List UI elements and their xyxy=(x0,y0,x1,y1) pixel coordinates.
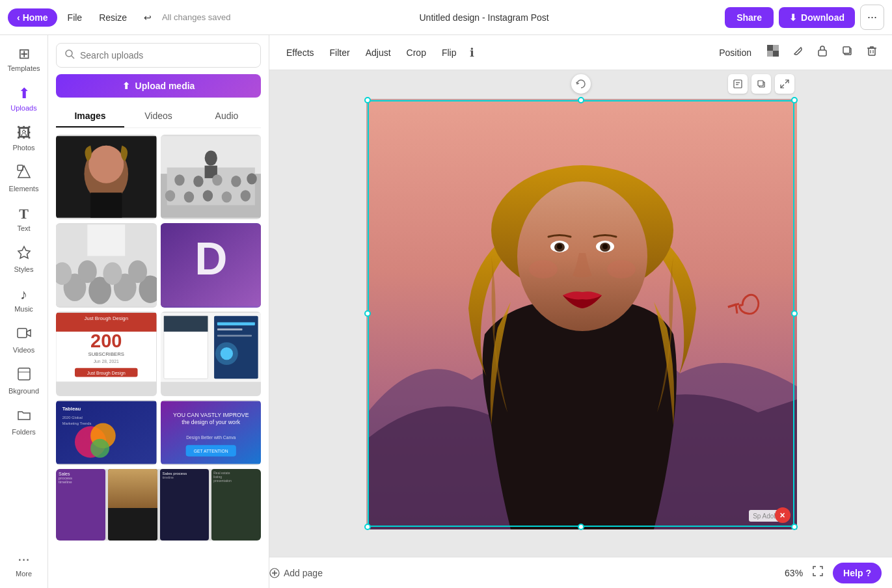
canvas-wrapper[interactable]: Sp Adobe × xyxy=(269,70,892,557)
sidebar-item-folders[interactable]: Folders xyxy=(2,403,46,441)
undo-button[interactable]: ↩ xyxy=(137,8,158,27)
share-button[interactable]: Share xyxy=(725,7,774,28)
svg-rect-3 xyxy=(18,328,27,338)
handle-top-left[interactable] xyxy=(364,97,371,103)
sidebar-item-label: Text xyxy=(17,224,30,232)
home-button[interactable]: ‹ Home xyxy=(8,8,57,27)
add-page-label: Add page xyxy=(284,568,323,578)
sidebar-item-label: Videos xyxy=(13,346,34,354)
remove-attribution-button[interactable]: × xyxy=(775,507,791,523)
svg-point-23 xyxy=(165,190,174,201)
handle-bottom-center[interactable] xyxy=(578,524,584,530)
expand-icon-btn[interactable] xyxy=(775,74,794,94)
tab-videos[interactable]: Videos xyxy=(124,105,193,127)
file-button[interactable]: File xyxy=(61,8,89,27)
bottom-bar-right: 63% Help ? xyxy=(785,561,892,584)
handle-bottom-left[interactable] xyxy=(364,524,371,530)
sidebar-item-label: Styles xyxy=(14,265,34,273)
crop-button[interactable]: Crop xyxy=(400,44,433,62)
adjust-button[interactable]: Adjust xyxy=(359,44,398,62)
copy-icon-btn[interactable] xyxy=(751,74,771,94)
image-thumb-6[interactable] xyxy=(161,312,262,396)
svg-point-37 xyxy=(128,260,147,283)
help-label: Help xyxy=(843,568,863,578)
lock-button[interactable] xyxy=(813,41,832,64)
image-thumb-9[interactable]: Sales process timeline Sales process tim… xyxy=(56,469,261,541)
image-thumb-3[interactable] xyxy=(56,223,157,308)
elements-icon xyxy=(17,165,31,183)
image-thumb-7[interactable]: Tableau 2020 Global Marketing Trends xyxy=(56,400,157,465)
filter-button[interactable]: Filter xyxy=(323,44,357,62)
canvas-top-icons xyxy=(728,74,794,94)
rotate-button[interactable] xyxy=(571,74,591,94)
image-thumb-4[interactable]: D xyxy=(161,223,262,308)
search-bar[interactable] xyxy=(56,43,261,68)
sidebar-item-templates[interactable]: ⊞ Templates xyxy=(2,40,46,77)
effects-button[interactable]: Effects xyxy=(280,44,321,62)
svg-point-24 xyxy=(183,191,193,202)
svg-rect-76 xyxy=(818,50,826,56)
sidebar-item-photos[interactable]: 🖼 Photos xyxy=(2,120,46,157)
position-button[interactable]: Position xyxy=(712,44,758,62)
image-thumb-8[interactable]: YOU CAN VASTLY IMPROVE the design of you… xyxy=(161,400,262,465)
notes-icon-btn[interactable] xyxy=(728,74,748,94)
sidebar-item-label: Bkground xyxy=(8,387,39,395)
handle-middle-left[interactable] xyxy=(364,310,371,317)
svg-point-92 xyxy=(529,260,558,278)
upload-media-button[interactable]: ⬆ Upload media xyxy=(56,74,261,98)
sidebar-item-background[interactable]: Bkground xyxy=(2,362,46,400)
sidebar-item-elements[interactable]: Elements xyxy=(2,159,46,198)
canvas-toolbar: Effects Filter Adjust Crop Flip ℹ Positi… xyxy=(269,35,892,70)
svg-point-22 xyxy=(247,173,256,184)
tab-audio[interactable]: Audio xyxy=(193,105,261,127)
image-thumb-5[interactable]: Just Brough Design 200 SUBSCRIBERS Jun 2… xyxy=(56,312,157,396)
svg-point-35 xyxy=(78,260,97,283)
flip-button[interactable]: Flip xyxy=(435,44,463,62)
tab-images[interactable]: Images xyxy=(56,105,124,127)
resize-button[interactable]: Resize xyxy=(92,8,133,27)
sidebar-item-uploads[interactable]: ⬆ Uploads xyxy=(2,80,46,117)
duplicate-button[interactable] xyxy=(837,41,857,64)
topbar-right: Share ⬇ Download ··· xyxy=(725,5,884,30)
handle-bottom-right[interactable] xyxy=(791,524,798,530)
delete-button[interactable] xyxy=(862,41,882,64)
svg-point-91 xyxy=(602,244,608,249)
canvas-element[interactable]: Sp Adobe × xyxy=(366,99,796,528)
tab-audio-label: Audio xyxy=(215,111,239,121)
photos-icon: 🖼 xyxy=(17,125,31,142)
handle-top-center[interactable] xyxy=(578,97,584,103)
sidebar-item-styles[interactable]: Styles xyxy=(2,240,46,278)
more-options-button[interactable]: ··· xyxy=(860,5,884,30)
tab-videos-label: Videos xyxy=(144,111,172,121)
link-button[interactable] xyxy=(788,41,807,64)
transparency-button[interactable] xyxy=(763,41,783,64)
text-icon: T xyxy=(19,206,29,222)
uploads-panel: ⬆ Upload media Images Videos Audio xyxy=(48,35,269,588)
share-label: Share xyxy=(737,12,762,23)
svg-point-16 xyxy=(204,150,217,165)
crop-label: Crop xyxy=(407,47,426,58)
download-button[interactable]: ⬇ Download xyxy=(779,7,855,28)
svg-rect-74 xyxy=(767,51,773,57)
sidebar-item-more[interactable]: ··· More xyxy=(2,546,46,583)
image-thumb-1[interactable] xyxy=(56,135,157,219)
sidebar-item-text[interactable]: T Text xyxy=(2,200,46,237)
svg-point-20 xyxy=(212,174,222,185)
sidebar-item-videos[interactable]: Videos xyxy=(2,321,46,359)
handle-middle-right[interactable] xyxy=(791,310,798,317)
svg-rect-55 xyxy=(217,335,251,337)
sidebar-item-label: More xyxy=(16,570,32,578)
help-button[interactable]: Help ? xyxy=(833,563,882,583)
add-page-button[interactable]: Add page xyxy=(269,568,323,578)
search-input[interactable] xyxy=(80,50,252,60)
right-scrollbar[interactable] xyxy=(883,70,892,557)
sidebar: ⊞ Templates ⬆ Uploads 🖼 Photos Elements … xyxy=(0,35,48,588)
svg-point-27 xyxy=(240,190,250,201)
handle-top-right[interactable] xyxy=(791,97,798,103)
sidebar-item-music[interactable]: ♪ Music xyxy=(2,281,46,318)
svg-point-93 xyxy=(607,260,636,278)
info-button[interactable]: ℹ xyxy=(466,42,478,64)
templates-icon: ⊞ xyxy=(18,46,30,62)
image-thumb-2[interactable] xyxy=(161,135,262,219)
fullscreen-button[interactable] xyxy=(808,561,828,584)
